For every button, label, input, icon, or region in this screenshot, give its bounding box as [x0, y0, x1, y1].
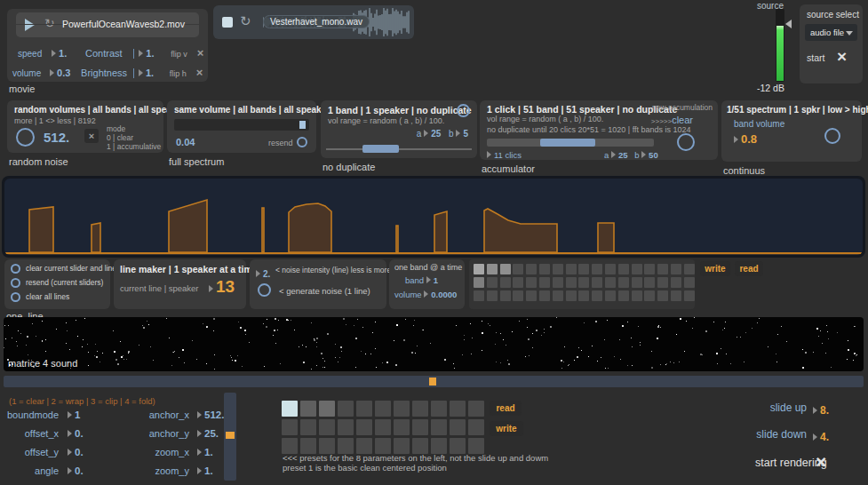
grid-cell[interactable]	[431, 401, 447, 417]
one-line-read-button[interactable]: read	[735, 261, 763, 276]
grid-cell[interactable]	[618, 264, 629, 274]
grid-cell[interactable]	[644, 264, 655, 274]
grid-cell[interactable]	[553, 290, 563, 301]
grid-cell[interactable]	[684, 277, 695, 288]
grid-cell[interactable]	[338, 419, 354, 435]
flip-v-toggle[interactable]: ×	[197, 46, 204, 60]
grid-cell[interactable]	[671, 290, 681, 301]
b-value[interactable]: 5	[463, 129, 468, 139]
grid-cell[interactable]	[394, 419, 410, 435]
grid-cell[interactable]	[553, 264, 563, 274]
one-line-write-button[interactable]: write	[700, 261, 730, 276]
slide-up-numbox[interactable]: 8.	[813, 402, 829, 417]
loop-icon[interactable]: ↻	[240, 13, 251, 29]
movie-transport-bar[interactable]: ↻ PowerfulOceanWavesb2.mov	[16, 12, 199, 37]
grid-cell[interactable]	[526, 290, 537, 301]
slider-handle[interactable]	[299, 121, 306, 129]
grid-cell[interactable]	[412, 419, 428, 435]
grid-cell[interactable]	[319, 401, 335, 417]
grid-cell[interactable]	[566, 264, 577, 274]
grid-cell[interactable]	[632, 264, 642, 274]
full-spectrum-value[interactable]: 0.04	[176, 137, 195, 147]
grid-cell[interactable]	[356, 438, 372, 454]
grid-cell[interactable]	[605, 277, 616, 288]
param-numbox[interactable]: 0.	[68, 447, 84, 457]
param-numbox[interactable]: 0.	[68, 428, 84, 439]
grid-cell[interactable]	[468, 438, 484, 454]
grid-cell[interactable]	[592, 290, 602, 301]
grid-cell[interactable]	[605, 290, 616, 301]
grid-cell[interactable]	[657, 264, 668, 274]
grid-cell[interactable]	[474, 277, 484, 288]
continuus-bang-button[interactable]	[824, 128, 840, 144]
audio-player-bar[interactable]: ↻ Vesterhavet_mono.wav	[213, 5, 414, 39]
grid-cell[interactable]	[657, 277, 668, 288]
rangeslider-handle[interactable]	[540, 139, 595, 147]
accumulator-bang-button[interactable]	[677, 133, 695, 151]
grid-cell[interactable]	[319, 438, 335, 454]
grid-cell[interactable]	[671, 264, 681, 274]
grid-cell[interactable]	[282, 401, 298, 417]
preset-read-button[interactable]: read	[490, 401, 522, 416]
grid-cell[interactable]	[394, 401, 410, 417]
grid-cell[interactable]	[553, 277, 563, 288]
one-line-action-bang-button[interactable]	[11, 264, 20, 274]
grid-cell[interactable]	[618, 290, 629, 301]
grid-cell[interactable]	[578, 290, 589, 301]
accumulator-rangeslider[interactable]	[487, 139, 654, 147]
grid-cell[interactable]	[300, 438, 316, 454]
v-slider-handle[interactable]	[226, 432, 235, 439]
band-volume-numbox[interactable]: 0.8	[734, 131, 757, 147]
grid-cell[interactable]	[605, 264, 616, 274]
grid-cell[interactable]	[539, 277, 550, 288]
grid-cell[interactable]	[431, 419, 447, 435]
grid-cell[interactable]	[539, 264, 550, 274]
current-line-numbox[interactable]: 13	[209, 277, 235, 297]
volume-numbox[interactable]: 0.3	[50, 68, 70, 78]
grid-cell[interactable]	[412, 401, 428, 417]
param-numbox[interactable]: 25.	[197, 428, 219, 439]
slide-down-numbox[interactable]: 4.	[813, 428, 829, 444]
speed-numbox[interactable]: 1.	[52, 49, 67, 59]
grid-cell[interactable]	[338, 401, 354, 417]
grid-cell[interactable]	[578, 264, 589, 274]
grid-cell[interactable]	[513, 264, 523, 274]
matrice-v-slider[interactable]	[224, 393, 236, 481]
grid-cell[interactable]	[468, 419, 484, 435]
mode-toggle[interactable]: ×	[84, 129, 99, 143]
grid-cell[interactable]	[592, 277, 602, 288]
grid-cell[interactable]	[684, 290, 695, 301]
preset-write-button[interactable]: write	[490, 421, 523, 436]
grid-cell[interactable]	[431, 438, 447, 454]
grid-cell[interactable]	[644, 290, 655, 301]
rangeslider-handle[interactable]	[362, 145, 399, 153]
noise-intensity-numbox[interactable]: 2.	[256, 265, 270, 281]
grid-cell[interactable]	[513, 290, 523, 301]
spectrum-display[interactable]	[4, 179, 863, 255]
grid-cell[interactable]	[474, 290, 484, 301]
grid-cell[interactable]	[592, 264, 602, 274]
grid-cell[interactable]	[468, 401, 484, 417]
grid-cell[interactable]	[450, 438, 466, 454]
grid-cell[interactable]	[375, 438, 391, 454]
param-numbox[interactable]: 0.	[68, 465, 84, 476]
param-numbox[interactable]: 1.	[197, 447, 213, 457]
h-slider-handle[interactable]	[429, 378, 436, 386]
contrast-numbox[interactable]: 1.	[133, 49, 154, 59]
grid-cell[interactable]	[578, 277, 589, 288]
param-numbox[interactable]: 512.	[197, 409, 224, 420]
resend-bang-button[interactable]	[297, 137, 307, 147]
full-spectrum-slider[interactable]	[174, 119, 309, 131]
grid-cell[interactable]	[644, 277, 655, 288]
a-value[interactable]: 25	[431, 129, 441, 139]
random-noise-bang-button[interactable]	[16, 128, 35, 147]
generate-noise-bang-button[interactable]	[258, 283, 271, 297]
grid-cell[interactable]	[474, 264, 484, 274]
grid-cell[interactable]	[450, 419, 466, 435]
b-value[interactable]: 50	[649, 150, 658, 160]
grid-cell[interactable]	[300, 401, 316, 417]
start-rendering-toggle[interactable]: ×	[816, 451, 826, 473]
grid-cell[interactable]	[618, 277, 629, 288]
grid-cell[interactable]	[487, 290, 498, 301]
grid-cell[interactable]	[684, 264, 695, 274]
